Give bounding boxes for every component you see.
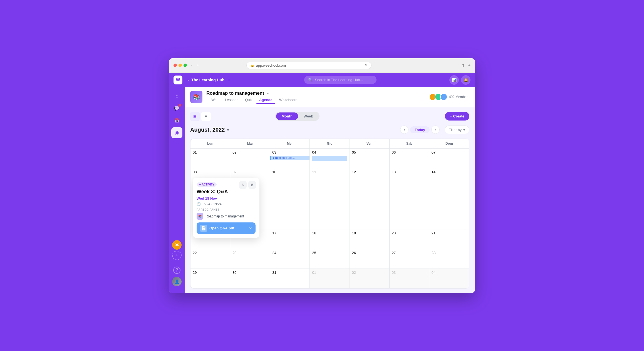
cal-cell-aug17[interactable]: 17 xyxy=(270,229,310,249)
sidebar-item-home[interactable]: ⌂ xyxy=(171,91,182,102)
cal-cell-aug30[interactable]: 30 xyxy=(230,269,270,288)
cal-cell-aug18[interactable]: 18 xyxy=(310,229,350,249)
cal-cell-aug12[interactable]: 12 xyxy=(350,168,390,229)
next-month-button[interactable]: › xyxy=(431,126,440,134)
cal-cell-aug23[interactable]: 23 xyxy=(230,249,270,269)
sidebar-item-chat[interactable]: 💬 xyxy=(171,103,182,114)
week-view-button[interactable]: Week xyxy=(298,112,319,120)
cal-cell-aug02[interactable]: 02 xyxy=(230,149,270,168)
sidebar-item-feed[interactable]: ◉ xyxy=(171,127,182,138)
workspace-button[interactable]: → The Learning Hub xyxy=(186,78,224,82)
cal-cell-aug07[interactable]: 07 xyxy=(429,149,469,168)
course-nav-wall[interactable]: Wall xyxy=(209,96,221,104)
course-nav-whiteboard[interactable]: Whiteboard xyxy=(276,96,300,104)
course-more-button[interactable]: ··· xyxy=(267,91,271,96)
course-members: 492 Members xyxy=(429,93,469,101)
filter-button[interactable]: Filter by ▾ xyxy=(445,126,469,134)
cal-cell-aug13[interactable]: 13 xyxy=(390,168,429,229)
forward-button[interactable]: › xyxy=(196,62,200,68)
cal-cell-aug26[interactable]: 26 xyxy=(350,249,390,269)
cal-cell-sep03[interactable]: 03 xyxy=(390,269,429,288)
create-button[interactable]: + Create xyxy=(445,112,469,121)
cal-cell-aug29[interactable]: 29 xyxy=(190,269,230,288)
cal-cell-aug01[interactable]: 01 xyxy=(190,149,230,168)
workspace-name: The Learning Hub xyxy=(191,78,224,82)
cal-cell-aug10[interactable]: 10 xyxy=(270,168,310,229)
add-workspace-button[interactable]: + xyxy=(172,251,182,260)
month-view-button[interactable]: Month xyxy=(276,112,298,120)
user-avatar-ds[interactable]: DS xyxy=(172,240,182,250)
minimize-dot[interactable] xyxy=(179,64,182,67)
course-nav-lessons[interactable]: Lessons xyxy=(222,96,241,104)
calendar-toolbar: ⊞ ≡ Month Week + Create xyxy=(190,112,469,121)
workspace-more-button[interactable]: ··· xyxy=(228,77,231,82)
course-nav-quiz[interactable]: Quiz xyxy=(242,96,255,104)
cal-date: 11 xyxy=(312,170,347,174)
popup-file-close-button[interactable]: ✕ xyxy=(249,226,252,230)
sidebar-item-help[interactable]: ? xyxy=(171,265,182,276)
cal-cell-aug28[interactable]: 28 xyxy=(429,249,469,269)
cal-cell-aug20[interactable]: 20 xyxy=(390,229,429,249)
cal-cell-aug31[interactable]: 31 xyxy=(270,269,310,288)
cal-cell-aug21[interactable]: 21 xyxy=(429,229,469,249)
workspace-arrow-icon: → xyxy=(186,78,190,82)
cal-date: 17 xyxy=(272,231,307,235)
cal-cell-aug14[interactable]: 14 xyxy=(429,168,469,229)
cal-cell-aug27[interactable]: 27 xyxy=(390,249,429,269)
prev-month-button[interactable]: ‹ xyxy=(400,126,408,134)
popup-date: Wed 18 Nov xyxy=(197,196,256,200)
cal-date: 19 xyxy=(352,231,387,235)
edit-event-button[interactable]: ✎ xyxy=(239,181,247,189)
cal-cell-sep02[interactable]: 02 xyxy=(350,269,390,288)
month-dropdown-button[interactable]: ▾ xyxy=(227,127,229,132)
cal-date: 01 xyxy=(193,150,228,154)
share-button[interactable]: ⬆ xyxy=(462,63,465,67)
help-icon: ? xyxy=(173,267,180,274)
chat-badge xyxy=(179,104,181,107)
reload-icon[interactable]: ↻ xyxy=(365,63,367,67)
notifications-button[interactable]: 🔔 xyxy=(461,75,470,85)
sidebar-item-calendar[interactable]: 📅 xyxy=(171,115,182,126)
delete-event-button[interactable]: 🗑 xyxy=(248,181,256,189)
maximize-dot[interactable] xyxy=(184,64,187,67)
date-nav: August, 2022 ▾ ‹ Today › Filter by ▾ xyxy=(190,126,469,134)
logo-button[interactable]: W xyxy=(174,76,182,84)
popup-actions: ✎ 🗑 xyxy=(239,181,256,189)
cal-date: 06 xyxy=(392,150,427,154)
course-nav-agenda[interactable]: Agenda xyxy=(256,96,275,104)
close-dot[interactable] xyxy=(174,64,177,67)
cal-date: 03 xyxy=(392,270,427,275)
popup-file-button[interactable]: 📄 Open Q&A.pdf ✕ xyxy=(197,222,256,234)
today-button[interactable]: Today xyxy=(410,126,429,133)
member-avatar-3 xyxy=(440,93,447,101)
cal-cell-aug05[interactable]: 05 xyxy=(350,149,390,168)
course-title: Roadmap to management xyxy=(206,91,264,96)
cal-date: 28 xyxy=(432,251,467,255)
cal-cell-aug08[interactable]: 08 ✎ 🗑 xyxy=(190,168,230,229)
cal-date: 24 xyxy=(272,251,307,255)
cal-cell-aug22[interactable]: 22 xyxy=(190,249,230,269)
new-tab-button[interactable]: + xyxy=(468,63,470,67)
cal-date: 03 xyxy=(272,150,307,154)
cal-date: 31 xyxy=(272,270,307,275)
browser-actions: ⬆ + xyxy=(462,63,470,67)
search-input[interactable] xyxy=(315,78,373,82)
list-view-button[interactable]: ≡ xyxy=(201,112,211,121)
event-recorded-lessons[interactable]: ● Recorded Les... xyxy=(270,156,309,160)
cal-date: 05 xyxy=(352,150,387,154)
cal-cell-aug06[interactable]: 06 xyxy=(390,149,429,168)
cal-cell-aug04[interactable]: 04 xyxy=(310,149,350,168)
user-profile-avatar[interactable]: 👤 xyxy=(172,277,182,286)
cal-cell-aug24[interactable]: 24 xyxy=(270,249,310,269)
cal-cell-aug03[interactable]: 03 ● Recorded Les... xyxy=(270,149,310,168)
cal-cell-aug25[interactable]: 25 xyxy=(310,249,350,269)
address-bar[interactable]: 🔒 app.weschool.com ↻ xyxy=(246,62,371,69)
cal-cell-aug11[interactable]: 11 xyxy=(310,168,350,229)
cal-cell-sep01[interactable]: 01 xyxy=(310,269,350,288)
back-button[interactable]: ‹ xyxy=(190,62,194,68)
cal-cell-aug19[interactable]: 19 xyxy=(350,229,390,249)
analytics-button[interactable]: 📊 xyxy=(449,75,459,85)
search-bar[interactable]: 🔍 xyxy=(304,76,377,84)
grid-view-button[interactable]: ⊞ xyxy=(190,112,200,121)
cal-cell-sep04[interactable]: 04 xyxy=(429,269,469,288)
